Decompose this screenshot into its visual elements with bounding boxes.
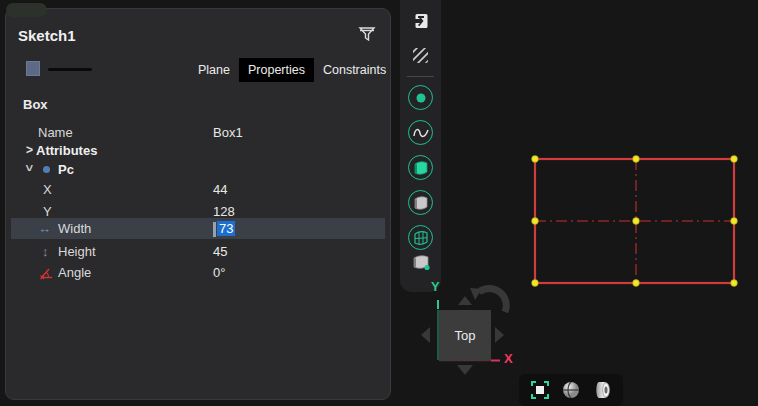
camera-lens-icon[interactable] <box>592 379 614 401</box>
surface-point-tool-icon[interactable] <box>400 253 441 272</box>
prop-label: Width <box>58 221 91 236</box>
angle-icon <box>39 266 53 280</box>
prop-value[interactable]: 44 <box>213 182 227 197</box>
rotate-view-arrow-icon <box>479 289 506 312</box>
prop-row-height[interactable]: Height 45 <box>11 241 385 262</box>
zoom-fit-icon[interactable] <box>529 379 551 401</box>
orbit-left-arrow-icon[interactable] <box>421 327 430 343</box>
app-window: Sketch1 Plane Properties Constraints Box… <box>0 0 758 406</box>
prop-value[interactable]: Box1 <box>213 125 243 140</box>
prop-row-width[interactable]: Width 73 <box>11 218 385 239</box>
prop-row-attributes[interactable]: Attributes <box>11 140 385 161</box>
prop-label: Angle <box>58 265 91 280</box>
side-toolbar <box>400 0 441 292</box>
property-rows: Name Box1 Attributes Pc X 44 Y 128 <box>6 9 390 399</box>
prop-row-pc[interactable]: Pc <box>11 159 385 180</box>
vertical-arrow-icon <box>42 244 49 259</box>
orbit-right-arrow-icon[interactable] <box>495 327 504 343</box>
surface-grid-tool-icon[interactable] <box>400 225 441 250</box>
prop-row-x[interactable]: X 44 <box>11 179 385 200</box>
chevron-down-icon[interactable] <box>22 164 36 171</box>
spline-tool-icon[interactable] <box>400 120 441 145</box>
sketch-properties-panel: Sketch1 Plane Properties Constraints Box… <box>5 8 391 400</box>
blue-dot-icon <box>43 166 50 173</box>
prop-value[interactable]: 0° <box>213 265 225 280</box>
sketch-rectangle <box>535 159 734 283</box>
view-cube-top-face[interactable]: Top <box>439 310 491 361</box>
prop-row-angle[interactable]: Angle 0° <box>11 262 385 283</box>
prop-label: X <box>43 182 52 197</box>
prop-label: Name <box>38 125 73 140</box>
prop-label: Y <box>43 204 52 219</box>
toolbar-divider <box>407 76 434 77</box>
text-caret <box>213 222 216 237</box>
prop-label: Height <box>58 244 96 259</box>
sketch-points <box>532 156 738 287</box>
surface-gray-tool-icon[interactable] <box>400 190 441 215</box>
hatch-region-icon[interactable] <box>400 47 441 64</box>
y-axis-label[interactable]: Y <box>431 279 440 294</box>
prop-label: Pc <box>58 162 74 177</box>
sphere-view-icon[interactable] <box>560 379 582 401</box>
orbit-up-arrow-icon[interactable] <box>458 296 472 305</box>
width-value-editor[interactable]: 73 <box>213 221 235 237</box>
point-tool-icon[interactable] <box>400 85 441 110</box>
view-cube-label: Top <box>455 328 476 343</box>
collapsed-tab[interactable] <box>6 3 47 17</box>
x-axis-label[interactable]: X <box>504 351 513 366</box>
exit-sketch-icon[interactable] <box>400 12 441 30</box>
chevron-right-icon[interactable] <box>26 143 33 157</box>
surface-filled-tool-icon[interactable] <box>400 155 441 180</box>
prop-value[interactable]: 45 <box>213 244 227 259</box>
prop-label: Attributes <box>36 143 97 158</box>
viewport-bottom-bar <box>519 374 623 406</box>
selected-value[interactable]: 73 <box>217 221 235 236</box>
prop-value[interactable]: 128 <box>213 204 235 219</box>
orbit-down-arrow-icon[interactable] <box>457 365 473 375</box>
horizontal-arrow-icon <box>38 221 51 236</box>
